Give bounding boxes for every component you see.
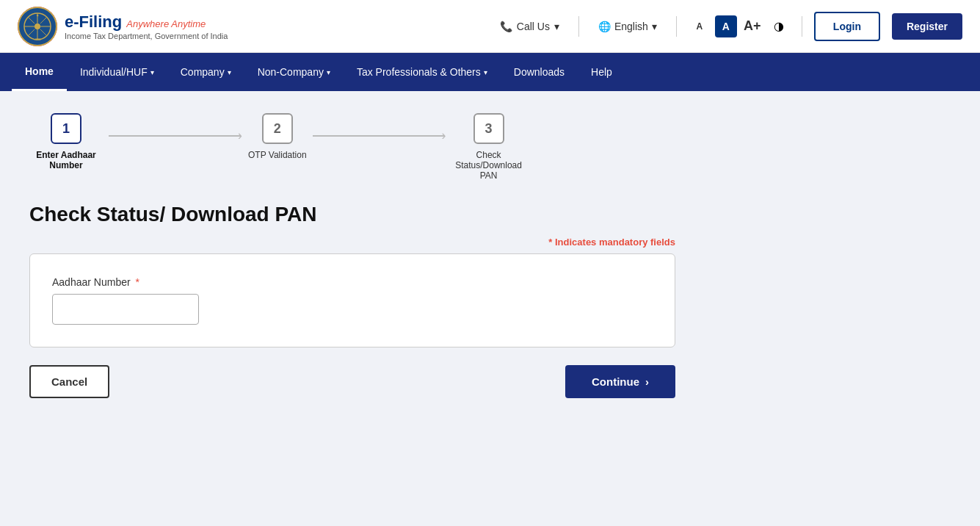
text-size-large-button[interactable]: A+ bbox=[741, 15, 763, 37]
mandatory-asterisk: * bbox=[548, 237, 555, 248]
aadhaar-input[interactable] bbox=[52, 294, 199, 325]
nav-label-tax-professionals: Tax Professionals & Others bbox=[357, 66, 481, 78]
tax-professionals-dropdown-icon: ▾ bbox=[484, 68, 487, 76]
header-divider-3 bbox=[802, 16, 802, 37]
nav-item-help[interactable]: Help bbox=[578, 53, 625, 91]
efiling-brand: e-Filing Anywhere Anytime bbox=[65, 12, 228, 32]
cancel-button[interactable]: Cancel bbox=[29, 365, 109, 398]
step-2-label: OTP Validation bbox=[248, 150, 307, 160]
logo-area: ✦ भारत e-Filing Anywhere Anytime Income … bbox=[18, 7, 228, 46]
company-dropdown-icon: ▾ bbox=[228, 68, 231, 76]
call-us-button[interactable]: 📞 Call Us ▾ bbox=[493, 16, 567, 37]
nav-item-tax-professionals[interactable]: Tax Professionals & Others ▾ bbox=[344, 53, 501, 91]
language-label: English bbox=[614, 21, 648, 32]
continue-label: Continue bbox=[592, 375, 639, 388]
continue-arrow-icon: › bbox=[645, 375, 649, 388]
contrast-button[interactable]: ◑ bbox=[768, 15, 790, 37]
language-dropdown-icon: ▾ bbox=[652, 21, 657, 32]
call-us-label: Call Us bbox=[517, 21, 550, 32]
nav-item-individual[interactable]: Individual/HUF ▾ bbox=[67, 53, 167, 91]
step-line-2 bbox=[313, 135, 445, 137]
step-2: 2 OTP Validation bbox=[248, 113, 307, 160]
nav-label-non-company: Non-Company bbox=[258, 66, 324, 78]
aadhaar-label-text: Aadhaar Number bbox=[52, 276, 131, 288]
nav-label-company: Company bbox=[181, 66, 225, 78]
step-1-label: Enter Aadhaar Number bbox=[29, 150, 103, 170]
step-1: 1 Enter Aadhaar Number bbox=[29, 113, 103, 170]
nav-label-help: Help bbox=[591, 66, 612, 78]
mandatory-text: Indicates mandatory fields bbox=[555, 237, 675, 248]
logo-emblem: ✦ भारत bbox=[18, 7, 57, 46]
header: ✦ भारत e-Filing Anywhere Anytime Income … bbox=[0, 0, 980, 53]
header-divider-2 bbox=[676, 16, 677, 37]
nav-item-company[interactable]: Company ▾ bbox=[167, 53, 244, 91]
step-1-number: 1 bbox=[62, 121, 70, 137]
action-row: Cancel Continue › bbox=[29, 365, 675, 398]
navbar: Home Individual/HUF ▾ Company ▾ Non-Comp… bbox=[0, 53, 980, 91]
svg-point-2 bbox=[35, 24, 40, 29]
step-3-label: Check Status/Download PAN bbox=[452, 150, 526, 181]
step-3: 3 Check Status/Download PAN bbox=[452, 113, 526, 181]
logo-text: e-Filing Anywhere Anytime Income Tax Dep… bbox=[65, 12, 228, 40]
efiling-tagline: Anywhere Anytime bbox=[126, 18, 206, 29]
text-size-controls: A A A+ ◑ bbox=[689, 15, 790, 37]
nav-item-home[interactable]: Home bbox=[12, 53, 67, 91]
nav-item-non-company[interactable]: Non-Company ▾ bbox=[244, 53, 344, 91]
continue-button[interactable]: Continue › bbox=[565, 365, 675, 398]
language-button[interactable]: 🌐 English ▾ bbox=[591, 16, 664, 37]
step-2-number: 2 bbox=[274, 121, 281, 137]
mandatory-note: * Indicates mandatory fields bbox=[29, 237, 675, 248]
login-button[interactable]: Login bbox=[814, 12, 880, 41]
globe-icon: 🌐 bbox=[598, 21, 611, 32]
step-connector-1: › bbox=[103, 128, 248, 143]
phone-icon: 📞 bbox=[500, 21, 512, 32]
individual-dropdown-icon: ▾ bbox=[150, 68, 154, 76]
page-title: Check Status/ Download PAN bbox=[29, 203, 675, 226]
step-line-1 bbox=[109, 135, 241, 137]
form-card: Aadhaar Number * bbox=[29, 253, 675, 347]
step-3-number: 3 bbox=[485, 121, 493, 137]
main-content: 1 Enter Aadhaar Number › 2 OTP Validatio… bbox=[0, 91, 705, 420]
stepper: 1 Enter Aadhaar Number › 2 OTP Validatio… bbox=[29, 113, 675, 181]
aadhaar-required-marker: * bbox=[133, 276, 139, 288]
header-right: 📞 Call Us ▾ 🌐 English ▾ A A A+ ◑ Login R… bbox=[493, 12, 962, 41]
nav-label-individual: Individual/HUF bbox=[80, 66, 148, 78]
step-2-circle: 2 bbox=[262, 113, 293, 144]
step-3-circle: 3 bbox=[473, 113, 504, 144]
register-button[interactable]: Register bbox=[892, 13, 962, 40]
nav-label-home: Home bbox=[25, 65, 54, 77]
text-size-normal-button[interactable]: A bbox=[715, 15, 737, 37]
non-company-dropdown-icon: ▾ bbox=[327, 68, 330, 76]
nav-label-downloads: Downloads bbox=[514, 66, 565, 78]
logo-subtitle: Income Tax Department, Government of Ind… bbox=[65, 32, 228, 40]
step-connector-2: › bbox=[307, 128, 452, 143]
nav-item-downloads[interactable]: Downloads bbox=[501, 53, 578, 91]
text-size-small-button[interactable]: A bbox=[689, 15, 711, 37]
aadhaar-label: Aadhaar Number * bbox=[52, 276, 653, 288]
header-divider-1 bbox=[578, 16, 579, 37]
step-1-circle: 1 bbox=[51, 113, 81, 144]
call-us-dropdown-icon: ▾ bbox=[554, 21, 559, 32]
